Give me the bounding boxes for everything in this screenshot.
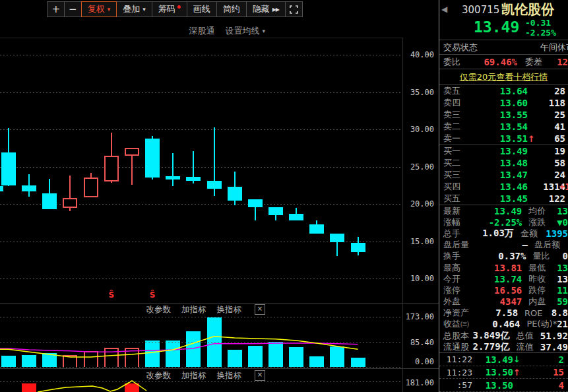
- candle-body: [268, 207, 283, 215]
- stat-value: 11: [557, 285, 568, 296]
- zoom-in-button[interactable]: +: [47, 1, 65, 17]
- stat-label: 今开: [443, 273, 475, 285]
- stat-row: 涨幅 -2.25% 涨跌 ▼0: [439, 216, 568, 228]
- fullscreen-button[interactable]: [285, 1, 303, 17]
- stat-label: 涨幅: [443, 216, 475, 228]
- ask-label: 卖四: [443, 97, 476, 109]
- tick-row: 11:22 13.49 ↓ 2: [439, 353, 568, 366]
- volume-bar: [1, 356, 16, 367]
- last-price: 13.49: [474, 18, 519, 36]
- dividend-marker[interactable]: Ŝ: [108, 290, 115, 300]
- stat-value: 59: [557, 296, 568, 307]
- bid-volume: 19: [537, 146, 565, 156]
- hide-toolbar-button[interactable]: 隐藏 ▶▶: [246, 1, 286, 17]
- fuquan-dropdown-button[interactable]: 复权 ▾: [81, 1, 117, 17]
- volume-bar: [166, 341, 180, 367]
- ask-row: 卖二 13.54 41: [439, 121, 568, 133]
- stat-row: 盘后量 — 盘后额: [439, 240, 568, 251]
- ask-price: 13.55: [476, 110, 528, 120]
- volume-bar: [268, 342, 283, 367]
- stat-value: 4347: [475, 296, 522, 307]
- stats-grid: 最新 13.49 均价 13涨幅 -2.25% 涨跌 ▼0总手 1.03万 金额…: [439, 205, 568, 352]
- weibi-value: 69.46%: [470, 57, 517, 67]
- bid-label: 买二: [443, 157, 476, 169]
- stat-value: 13.49: [475, 206, 522, 216]
- stat-value: 51.92: [540, 331, 568, 341]
- price-axis-label: 25.00: [400, 162, 434, 172]
- vol-edit-params-button[interactable]: 改参数: [146, 304, 172, 315]
- sub-edit-params-button[interactable]: 改参数: [146, 370, 172, 381]
- stat-value: 8.8: [552, 308, 568, 318]
- candle-body: [145, 139, 160, 178]
- candle-body: [125, 148, 139, 155]
- bid-row: 买二 13.48 58: [439, 157, 568, 169]
- plus-icon: +: [51, 3, 60, 15]
- level2-promo-link[interactable]: 仅需20元查看十档行情: [460, 71, 548, 83]
- stat-row: 换手 0.37% 量比 0: [439, 251, 568, 262]
- sub-switch-indicator-button[interactable]: 换指标: [217, 370, 242, 381]
- overlay-dropdown-button[interactable]: 叠加 ▾: [116, 1, 152, 17]
- chevron-down-icon: ▾: [142, 6, 146, 13]
- bid-price: 13.49: [476, 146, 528, 156]
- collapse-panel-icon[interactable]: ◀: [441, 5, 447, 14]
- stat-label: 金额: [521, 228, 546, 240]
- sgt-badge[interactable]: 深股通: [189, 25, 214, 37]
- stat-label: 总股本: [443, 330, 470, 342]
- chart-region: 40.0035.0030.0025.0020.0015.0010.00ŜŜ + …: [0, 0, 439, 392]
- stat-label: 流通股: [443, 341, 470, 353]
- sub-indicator-bar: [125, 383, 139, 392]
- tick-time: :57: [443, 380, 472, 390]
- vol-switch-indicator-button[interactable]: 换指标: [217, 304, 242, 315]
- simple-mode-button[interactable]: 简约: [216, 1, 247, 17]
- stat-row: 总手 1.03万 金额 1395: [439, 228, 568, 239]
- candlestick-chart[interactable]: 40.0035.0030.0025.0020.0015.0010.00ŜŜ: [0, 0, 439, 303]
- stat-label: 外盘: [443, 296, 475, 308]
- stat-label: 最低: [528, 262, 557, 274]
- price-axis-label: 15.00: [400, 237, 434, 246]
- close-icon[interactable]: ×: [255, 304, 265, 315]
- notification-dot-icon: [177, 5, 181, 9]
- dividend-marker[interactable]: Ŝ: [148, 290, 156, 300]
- bid-row: 买三 13.47 24: [439, 169, 568, 181]
- stat-value: 0.37%: [477, 251, 526, 261]
- trade-status-value: 午间休市: [540, 42, 568, 53]
- bid-row: 买四 13.46 1314 +12: [439, 181, 568, 193]
- ask-volume: 28: [537, 86, 565, 96]
- stat-value: 7.58: [474, 308, 518, 318]
- zoom-out-button[interactable]: −: [64, 1, 82, 17]
- bid-volume-delta: +12: [559, 181, 568, 192]
- vol-add-indicator-button[interactable]: 加指标: [181, 304, 206, 315]
- stat-label: 涨跌: [528, 216, 557, 228]
- draw-line-button[interactable]: 画线: [187, 1, 217, 17]
- sub-add-indicator-button[interactable]: 加指标: [181, 370, 206, 381]
- volume-bar: [330, 346, 344, 367]
- stat-label: 盘后额: [534, 239, 565, 251]
- chart-subbar: 深股通 设置均线 ▾: [189, 25, 265, 37]
- stat-label: 流值: [517, 341, 540, 353]
- bid-ladder: 买一 13.49 19 买二 13.48 58 买三 13.47 24 买四 1…: [439, 145, 568, 205]
- price-change-pct: -2.25%: [525, 28, 556, 38]
- fast-forward-icon: ▶▶: [272, 7, 279, 13]
- price-gridline: [0, 167, 402, 168]
- stat-label: 涨停: [443, 284, 475, 296]
- ask-volume: 65: [537, 133, 565, 144]
- chips-button[interactable]: 筹码: [152, 1, 187, 17]
- ma-setting-dropdown[interactable]: 设置均线 ▾: [225, 25, 265, 37]
- candle-body: [84, 178, 98, 197]
- close-icon[interactable]: ×: [255, 370, 265, 381]
- ask-price: 13.54: [476, 121, 528, 132]
- chevron-down-icon: ▾: [262, 28, 265, 34]
- price-axis-label: 35.00: [400, 88, 434, 97]
- candle-body: [330, 234, 344, 242]
- stat-label: 净资产: [443, 307, 474, 319]
- tick-time: 11:22: [443, 354, 472, 364]
- price-gridline: [0, 92, 402, 93]
- stat-label: 总手: [443, 228, 472, 240]
- tick-price: 13.50: [472, 380, 513, 391]
- ask-row: 卖五 13.64 28: [439, 85, 568, 97]
- volume-gridline: [0, 343, 402, 343]
- weicha-value: 12: [542, 57, 568, 67]
- tick-list[interactable]: 11:22 13.49 ↓ 211:23 13.50 ↑ 15:57 13.50…: [439, 353, 568, 392]
- candle-body: [42, 193, 57, 209]
- bid-volume: 24: [537, 170, 565, 180]
